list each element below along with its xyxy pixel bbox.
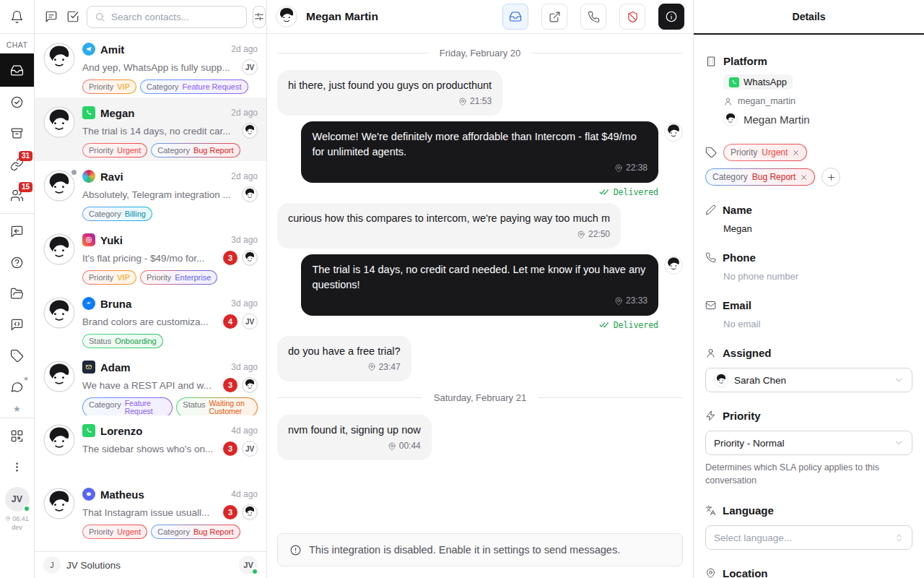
conversation-item-ravi[interactable]: Ravi 2d ago Absolutely, Telegram integra… <box>35 161 266 225</box>
assignee-avatar <box>242 123 258 139</box>
contact-avatar <box>43 43 75 74</box>
sidebar-item-snippets[interactable] <box>0 309 34 340</box>
unread-badge: 3 <box>223 251 237 265</box>
platform-section: Platform WhatsApp megan_martin Megan Mar… <box>705 55 912 126</box>
search-icon <box>95 12 105 22</box>
tag-pill: StatusOnboarding <box>82 334 163 348</box>
workspace-user-avatar: JV <box>239 556 258 574</box>
conversation-item-adam[interactable]: Adam 3d ago We have a REST API and w... … <box>35 352 266 415</box>
nav-rail: CHAT 31 15 <box>0 0 35 578</box>
conversation-name: Yuki <box>100 234 226 246</box>
tag-pill: PriorityVIP <box>82 79 136 94</box>
conversation-time: 3d ago <box>231 298 258 309</box>
remove-tag-button[interactable] <box>792 149 800 157</box>
message-list: Friday, February 20 hi there, just found… <box>267 34 693 578</box>
person-icon <box>723 97 733 106</box>
workspace-footer[interactable]: J JV Solutions JV <box>35 551 266 578</box>
unread-badge: 4 <box>223 314 237 329</box>
sidebar-item-help[interactable] <box>0 247 34 278</box>
tag-pill: CategoryFeature Request <box>140 79 248 94</box>
shield-off-icon <box>627 11 639 23</box>
assignee-select[interactable]: Sarah Chen <box>705 368 912 392</box>
notifications-bell-button[interactable] <box>0 2 34 31</box>
sidebar-item-replies[interactable] <box>0 216 34 247</box>
sidebar-item-tasks[interactable] <box>0 87 34 118</box>
footer-time: 06:41 <box>12 514 29 523</box>
pin-icon <box>458 98 467 106</box>
qr-code-button[interactable] <box>0 420 34 452</box>
add-tag-button[interactable] <box>821 168 840 186</box>
move-to-inbox-button[interactable] <box>502 4 528 30</box>
mail-icon <box>705 300 716 311</box>
incoming-message: nvm found it, signing up now 00:44 <box>277 415 432 460</box>
sidebar-item-archive[interactable] <box>0 118 34 149</box>
remove-tag-button[interactable] <box>800 173 808 181</box>
reply-bubble-icon <box>10 225 24 238</box>
conversation-time: 2d ago <box>231 108 258 118</box>
conversation-item-yuki[interactable]: Yuki 3d ago It's flat pricing - $49/mo f… <box>35 225 266 288</box>
tag-pill: PriorityVIP <box>82 270 136 285</box>
date-divider: Saturday, February 21 <box>277 392 683 403</box>
location-section: Location Country Select country... City <box>705 567 912 578</box>
chat-contact-name: Megan Martin <box>306 10 489 23</box>
email-channel-icon <box>82 361 95 374</box>
open-external-button[interactable] <box>541 4 567 30</box>
check-circle-icon <box>10 95 24 109</box>
sidebar-item-inbox[interactable] <box>0 53 34 87</box>
message-row: The trial is 14 days, no credit card nee… <box>277 254 683 315</box>
contact-avatar <box>43 233 75 265</box>
conversation-name: Lorenzo <box>100 425 226 437</box>
footer-env: dev <box>12 524 22 531</box>
select-conversations-button[interactable] <box>65 9 81 25</box>
conversation-item-megan[interactable]: Megan 2d ago The trial is 14 days, no cr… <box>35 98 266 161</box>
more-options-button[interactable] <box>0 452 34 483</box>
language-section: Language Select language... <box>705 504 912 550</box>
contact-avatar <box>43 488 75 519</box>
conversation-name: Bruna <box>100 298 226 310</box>
building-icon <box>705 56 717 67</box>
conversation-name: Ravi <box>100 171 226 183</box>
conversation-item-bruna[interactable]: Bruna 3d ago Brand colors are customiza.… <box>35 288 266 352</box>
sidebar-item-integrations[interactable]: 31 <box>0 149 34 180</box>
online-status-dot <box>23 505 30 512</box>
people-badge: 15 <box>19 182 32 192</box>
conversation-preview: The trial is 14 days, no credit car... <box>82 126 237 137</box>
phone-icon <box>588 11 600 23</box>
priority-select[interactable]: Priority - Normal <box>705 431 912 455</box>
conversation-time: 4d ago <box>231 489 258 499</box>
incoming-message: do you have a free trial? 23:47 <box>277 336 411 381</box>
chat-header: Megan Martin <box>267 0 693 34</box>
sliders-icon <box>253 11 265 22</box>
conversation-sidebar: Amit 2d ago And yep, WhatsApp is fully s… <box>35 0 267 578</box>
tag-pill: PriorityUrgent <box>723 144 807 161</box>
delivery-status: Delivered <box>277 187 658 197</box>
messenger-icon <box>82 297 95 310</box>
block-contact-button[interactable] <box>619 4 645 30</box>
sidebar-item-contacts[interactable]: 15 <box>0 180 34 211</box>
sidebar-item-tags[interactable] <box>0 340 34 371</box>
new-chat-button[interactable] <box>43 9 59 25</box>
tag-pill: StatusWaiting on Customer <box>176 397 258 415</box>
filter-button[interactable] <box>253 6 266 28</box>
double-check-icon <box>599 188 610 196</box>
folder-open-icon <box>10 287 24 301</box>
platform-chip: WhatsApp <box>723 74 793 90</box>
conversation-item-lorenzo[interactable]: Lorenzo 4d ago The sidebar shows who's o… <box>35 415 266 479</box>
sidebar-item-chats-starred[interactable]: ★ <box>0 371 34 402</box>
conversation-item-matheus[interactable]: Matheus 4d ago That Instagram issue usua… <box>35 479 266 543</box>
links-badge: 31 <box>19 151 32 161</box>
search-input[interactable] <box>111 12 239 22</box>
instagram-icon <box>82 233 95 246</box>
conversation-time: 3d ago <box>231 235 258 245</box>
language-select[interactable]: Select language... <box>705 525 912 550</box>
pin-icon <box>388 442 396 451</box>
toggle-details-button[interactable] <box>658 4 684 30</box>
close-icon <box>792 149 800 157</box>
call-button[interactable] <box>580 4 606 30</box>
conversation-item-amit[interactable]: Amit 2d ago And yep, WhatsApp is fully s… <box>35 34 266 98</box>
sidebar-item-files[interactable] <box>0 278 34 309</box>
telegram-icon <box>82 43 95 56</box>
outgoing-message: The trial is 14 days, no credit card nee… <box>301 254 658 315</box>
user-avatar[interactable]: JV <box>5 487 30 512</box>
details-panel: Details Platform WhatsApp megan_martin <box>693 0 924 578</box>
